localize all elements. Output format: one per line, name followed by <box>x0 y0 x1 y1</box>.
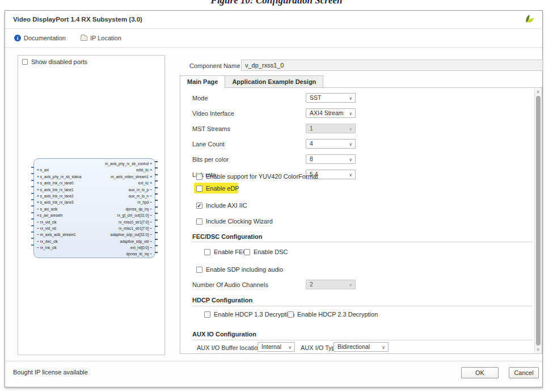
port-row: +s_axis_lnk_rx_lane0ext_iic+ <box>37 180 152 186</box>
ip-location-link[interactable]: IP Location <box>81 35 121 41</box>
chevron-down-icon: ∨ <box>382 343 385 352</box>
sdp-audio-checkbox[interactable] <box>196 267 202 273</box>
footer-divider <box>5 361 542 361</box>
port-row: +s_axis_lnk_rx_lane3rx_hpd− <box>37 199 152 205</box>
port-row: +s_axiedid_iic+ <box>37 167 152 173</box>
info-icon: i <box>14 35 21 41</box>
ip-customization-dialog: Video DisplayPort 1.4 RX Subsystem (3.0)… <box>5 10 543 387</box>
port-row: +s_axis_lnk_rx_lane1aux_rx_io_p− <box>37 187 152 193</box>
port-row: −s_axi_aclkdprxss_dp_irq− <box>37 206 152 212</box>
port-row: −rx_dec_clkadaptive_sdp_vld− <box>37 238 152 245</box>
port-row: −rx_vid_rstrx_misc1_str1[7:0]− <box>37 225 152 231</box>
chevron-down-icon: ∨ <box>349 281 352 289</box>
audio-channels-select: 2∨ <box>306 280 356 289</box>
mode-select[interactable]: SST∨ <box>306 93 356 103</box>
vendor-leaf-logo-icon <box>522 13 535 27</box>
figure-caption-text: Figure 10: Configuration Screen <box>0 0 553 6</box>
vertical-scrollbar[interactable]: ∧ ∨ <box>534 88 541 353</box>
fec-label: Enable FEC <box>214 248 247 255</box>
hdcp23-label: Enable HDCP 2.3 Decryption <box>297 311 378 318</box>
tab-strip: Main Page Application Example Design <box>180 75 323 88</box>
dsc-checkbox[interactable] <box>244 249 250 255</box>
dialog-toolbar: i Documentation IP Location <box>5 29 542 48</box>
dialog-title: Video DisplayPort 1.4 RX Subsystem (3.0) <box>13 16 142 23</box>
chevron-down-icon: ∨ <box>349 155 352 164</box>
aux-io-type-select[interactable]: Bidirectional∨ <box>334 342 389 352</box>
chevron-down-icon: ∨ <box>349 140 352 149</box>
ip-location-label: IP Location <box>90 35 121 41</box>
section-divider <box>192 306 533 306</box>
hdcp23-checkbox-row: Enable HDCP 2.3 Decryption <box>288 311 378 318</box>
scroll-down-arrow-icon[interactable]: ∨ <box>535 346 541 353</box>
bits-per-color-label: Bits per color <box>192 156 229 163</box>
aux-io-section-header: AUX IO Configuration <box>192 331 256 338</box>
chevron-down-icon: ∨ <box>349 109 352 118</box>
ok-button[interactable]: OK <box>461 367 499 378</box>
port-row: −m_axis_aclk_stream1adaptive_sdp_out[31:… <box>37 231 152 238</box>
sdp-audio-checkbox-row: Enable SDP including audio <box>196 266 283 273</box>
figure-caption-clipped: Figure 10: Configuration Screen <box>0 0 553 6</box>
tab-application-example-design[interactable]: Application Example Design <box>225 75 323 88</box>
documentation-label: Documentation <box>24 35 66 41</box>
chevron-down-icon: ∨ <box>349 171 352 179</box>
axi-iic-label: Include AXI IIC <box>206 202 247 209</box>
chevron-down-icon: ∨ <box>349 94 352 103</box>
aux-buffer-location-select[interactable]: Internal∨ <box>257 342 295 352</box>
sdp-audio-label: Enable SDP including audio <box>206 266 283 273</box>
port-row: −rx_vid_clkrx_misc0_str1[7:0]− <box>37 219 152 225</box>
lane-count-label: Lane Count <box>192 141 225 147</box>
port-row: m_axis_phy_rx_sb_control+ <box>37 161 152 167</box>
hdcp23-checkbox[interactable] <box>288 311 294 318</box>
dialog-titlebar: Video DisplayPort 1.4 RX Subsystem (3.0) <box>5 11 542 29</box>
chevron-down-icon: ∨ <box>288 343 292 352</box>
clocking-wizard-checkbox-row: Include Clocking Wizard <box>196 218 273 225</box>
yuv420-checkbox-row: Enable support for YUV420 ColorFormat <box>196 173 318 180</box>
edp-checkbox-row: Enable eDP <box>196 185 239 192</box>
mst-streams-label: MST Streams <box>192 125 230 132</box>
port-row: +s_axis_phy_rx_sb_statusm_axis_video_str… <box>37 174 152 180</box>
lane-count-select[interactable]: 4∨ <box>306 139 356 149</box>
audio-channels-label: Number Of Audio Channels <box>192 281 268 288</box>
show-disabled-ports-checkbox[interactable] <box>22 59 28 65</box>
edp-label: Enable eDP <box>206 185 239 192</box>
show-disabled-ports-row: Show disabled ports <box>22 58 87 65</box>
edp-checkbox[interactable] <box>196 186 202 192</box>
ip-symbol-panel: Show disabled ports m_axis_phy_rx_sb_con… <box>18 55 165 355</box>
port-row: +s_axis_lnk_rx_lane2aux_rx_io_n− <box>37 193 152 199</box>
port-row: dprxss_iic_irq− <box>37 251 152 257</box>
mode-label: Mode <box>192 95 208 102</box>
ip-block-diagram[interactable]: m_axis_phy_rx_sb_control+ +s_axiedid_iic… <box>33 158 155 258</box>
cancel-button[interactable]: Cancel <box>509 367 539 378</box>
hdcp13-label: Enable HDCP 1.3 Decryption <box>214 311 294 318</box>
axi-iic-checkbox[interactable]: ✓ <box>196 203 202 209</box>
scrollbar-thumb[interactable] <box>536 96 541 345</box>
hdcp-section-header: HDCP Configuration <box>192 297 252 304</box>
documentation-link[interactable]: i Documentation <box>14 35 66 41</box>
section-divider <box>192 242 533 242</box>
license-status-text: Bought IP license available <box>13 369 88 376</box>
hdcp13-checkbox-row: Enable HDCP 1.3 Decryption <box>204 311 294 318</box>
chevron-down-icon: ∨ <box>349 125 352 133</box>
port-row: −rx_lnk_clkext_rst[0:0]− <box>37 245 152 251</box>
port-row: ◃s_axi_aresetnrx_gt_ctrl_out[31:0]− <box>37 212 152 218</box>
aux-buffer-location-label: AUX I/O Buffer location <box>197 344 261 351</box>
video-interface-label: Video Interface <box>192 110 234 117</box>
clocking-wizard-checkbox[interactable] <box>196 218 202 225</box>
tab-main-page[interactable]: Main Page <box>180 75 225 88</box>
yuv420-checkbox[interactable] <box>196 174 202 180</box>
hdcp13-checkbox[interactable] <box>204 311 210 318</box>
dsc-label: Enable DSC <box>254 248 288 255</box>
fec-checkbox-row: Enable FEC <box>204 248 247 255</box>
bits-per-color-select[interactable]: 8∨ <box>306 154 356 164</box>
axi-iic-checkbox-row: ✓ Include AXI IIC <box>196 202 247 209</box>
aux-io-type-label: AUX I/O Type <box>301 344 339 351</box>
scroll-up-arrow-icon[interactable]: ∧ <box>535 88 541 95</box>
clocking-wizard-label: Include Clocking Wizard <box>206 218 273 225</box>
section-divider <box>192 340 533 340</box>
dsc-checkbox-row: Enable DSC <box>244 248 288 255</box>
component-name-label: Component Name <box>189 62 240 69</box>
fec-checkbox[interactable] <box>204 249 210 255</box>
show-disabled-ports-label: Show disabled ports <box>31 58 87 65</box>
component-name-input[interactable] <box>241 60 543 71</box>
video-interface-select[interactable]: AXI4 Stream∨ <box>306 108 356 118</box>
